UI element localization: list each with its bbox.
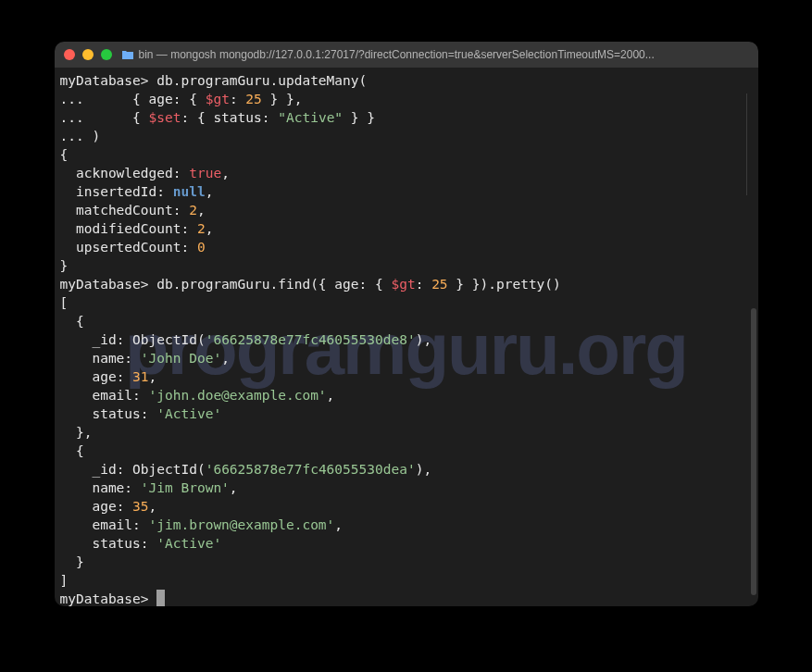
terminal-body[interactable]: programguru.org myDatabase> db.programGu… [55,68,758,606]
cmd-text: db.programGuru.updateMany( [156,73,367,88]
field-key: _id [92,462,116,477]
prompt: myDatabase> [60,277,149,292]
field-key: status [92,406,140,421]
continuation: ... [60,92,133,106]
field-key: email [92,517,132,532]
folder-icon [121,49,134,60]
field-key: name [92,351,124,366]
brace: } [60,258,69,273]
bracket: ] [60,573,69,588]
result-key: acknowledged [76,166,173,180]
brace: { [60,147,69,162]
terminal-window: bin — mongosh mongodb://127.0.0.1:27017/… [55,42,758,606]
cursor [156,590,165,606]
field-key: _id [92,332,116,347]
field-key: name [92,480,124,495]
terminal-content: myDatabase> db.programGuru.updateMany( .… [60,71,753,606]
continuation: ... [60,110,133,125]
result-key: matchedCount [76,203,173,218]
cmd-text: db.programGuru.find({ [156,277,334,292]
title-bar[interactable]: bin — mongosh mongodb://127.0.0.1:27017/… [55,42,758,68]
result-key: upsertedCount [76,240,181,255]
close-button[interactable] [64,49,75,60]
window-title: bin — mongosh mongodb://127.0.0.1:27017/… [139,48,749,61]
field-key: status [92,536,140,551]
bracket: [ [60,295,69,310]
minimize-button[interactable] [82,49,94,60]
field-key: age [92,499,116,514]
result-key: insertedId [76,184,156,199]
result-key: modifiedCount [76,221,181,236]
maximize-button[interactable] [101,49,112,60]
traffic-lights [64,49,112,60]
prompt: myDatabase> [60,591,149,606]
field-key: age [92,369,116,384]
continuation: ... ) [60,129,101,143]
prompt: myDatabase> [60,73,149,88]
field-key: email [92,388,132,403]
